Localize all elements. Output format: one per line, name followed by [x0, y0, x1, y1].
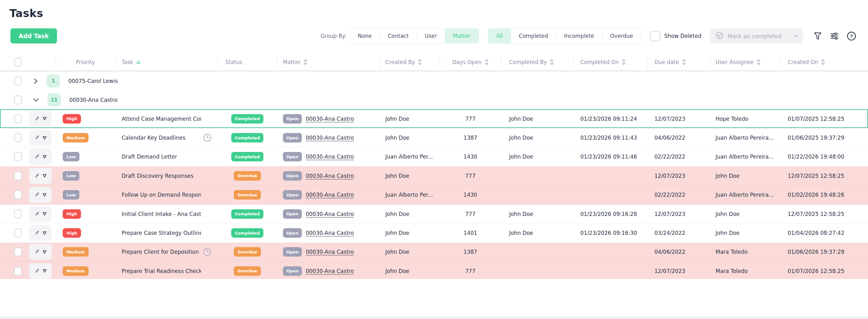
edit-pencil-icon[interactable] [34, 192, 40, 198]
task-row: LowFollow Up on Demand ResponseOverdueOp… [0, 186, 868, 205]
chevron-down-icon[interactable] [33, 97, 39, 103]
column-header-created_on[interactable]: Created On [781, 54, 868, 70]
cell-select [0, 205, 56, 223]
group-by-option-user[interactable]: User [416, 29, 445, 43]
dropdown-triangle-icon[interactable] [42, 136, 47, 140]
column-header-days_open[interactable]: Days Open [440, 54, 501, 70]
row-actions [29, 187, 52, 203]
row-checkbox[interactable] [14, 172, 22, 180]
row-checkbox[interactable] [14, 267, 22, 276]
edit-pencil-icon[interactable] [34, 153, 40, 160]
edit-pencil-icon[interactable] [34, 211, 40, 217]
group-checkbox[interactable] [14, 77, 22, 85]
column-header-due_date[interactable]: Due date [647, 54, 710, 70]
cell-completed_on [574, 262, 647, 279]
matter-link[interactable]: 00030-Ana Castro [306, 153, 354, 160]
filter-tab-all[interactable]: All [488, 29, 511, 43]
chevron-right-icon[interactable] [33, 78, 38, 84]
column-header-completed_on[interactable]: Completed On [574, 54, 647, 70]
matter-link[interactable]: 00030-Ana Castro [306, 192, 354, 198]
group-by-option-none[interactable]: None [350, 29, 380, 43]
cell-completed_on [574, 243, 647, 261]
matter-link[interactable]: 00030-Ana Castro [306, 268, 354, 274]
column-header-task[interactable]: Task [115, 54, 218, 70]
row-checkbox[interactable] [14, 248, 22, 256]
matter-link[interactable]: 00030-Ana Castro [306, 116, 354, 122]
matter-link[interactable]: 00030-Ana Castro [306, 211, 354, 217]
matter-link[interactable]: 00030-Ana Castro [306, 173, 354, 179]
cell-completed_by: John Doe [501, 205, 574, 223]
row-checkbox[interactable] [14, 133, 22, 142]
adjustments-icon[interactable] [830, 31, 839, 41]
edit-pencil-icon[interactable] [34, 135, 40, 141]
cell-due_date: 04/06/2022 [647, 243, 710, 261]
cell-completed_by: John Doe [501, 147, 574, 166]
dropdown-triangle-icon[interactable] [42, 231, 47, 235]
filter-tab-overdue[interactable]: Overdue [602, 29, 641, 43]
group-checkbox[interactable] [14, 95, 22, 104]
column-header-matter[interactable]: Matter [277, 54, 379, 70]
status-badge: Overdue [234, 190, 261, 200]
column-header-select[interactable] [0, 54, 56, 70]
horizontal-scrollbar-track[interactable] [0, 317, 868, 319]
cell-priority: Medium [56, 262, 115, 279]
table-header-row: PriorityTaskStatusMatterCreated ByDays O… [0, 54, 868, 71]
group-by-option-matter[interactable]: Matter [445, 29, 478, 43]
column-header-created_by[interactable]: Created By [379, 54, 440, 70]
edit-pencil-icon[interactable] [34, 268, 40, 274]
dropdown-triangle-icon[interactable] [42, 269, 47, 273]
matter-link[interactable]: 00030-Ana Castro [306, 230, 354, 236]
row-checkbox[interactable] [14, 152, 22, 161]
group-label: 00030-Ana Castro [69, 97, 118, 103]
row-actions [29, 263, 52, 279]
edit-pencil-icon[interactable] [34, 249, 40, 255]
dropdown-triangle-icon[interactable] [42, 250, 47, 254]
filter-tab-completed[interactable]: Completed [511, 29, 556, 43]
cell-created_by: John Doe [379, 167, 440, 185]
row-checkbox[interactable] [14, 210, 22, 219]
column-header-label: Created On [788, 59, 818, 65]
sort-icon [485, 59, 489, 65]
column-header-user_assignee[interactable]: User Assignee [710, 54, 781, 70]
cell-status: Completed [218, 147, 277, 166]
cell-completed_on [574, 167, 647, 185]
dropdown-triangle-icon[interactable] [42, 155, 47, 159]
mark-as-completed-button[interactable]: Mark as completed [710, 28, 803, 44]
dropdown-triangle-icon[interactable] [42, 193, 47, 197]
chevron-down-icon[interactable] [789, 33, 803, 39]
cell-status: Completed [218, 109, 277, 128]
add-task-button[interactable]: Add Task [10, 28, 57, 44]
cell-task: Prepare Trial Readiness Checklist [115, 262, 218, 279]
column-header-completed_by[interactable]: Completed By [501, 54, 574, 70]
select-all-checkbox[interactable] [14, 58, 22, 66]
group-label: 00075-Carol Lewis [68, 78, 118, 84]
show-deleted-checkbox[interactable] [650, 31, 660, 41]
task-row: MediumCalendar Key DeadlinesCompletedOpe… [0, 128, 868, 147]
edit-pencil-icon[interactable] [34, 173, 40, 179]
dropdown-triangle-icon[interactable] [42, 174, 47, 178]
cell-status: Overdue [218, 243, 277, 261]
row-checkbox[interactable] [14, 191, 22, 199]
matter-link[interactable]: 00030-Ana Castro [306, 249, 354, 255]
cell-status: Overdue [218, 167, 277, 185]
task-name: Follow Up on Demand Response [122, 192, 201, 198]
help-icon[interactable]: ? [846, 31, 857, 41]
row-checkbox[interactable] [14, 114, 22, 123]
cell-completed_on: 01/23/2026 09:11:46 [574, 147, 647, 166]
cell-user_assignee: Mara Toledo [710, 262, 781, 279]
cell-user_assignee: John Doe [710, 205, 781, 223]
filter-tab-incomplete[interactable]: Incomplete [556, 29, 602, 43]
cell-user_assignee: John Doe [710, 224, 781, 242]
cell-created_by: John Doe [379, 262, 440, 279]
filter-icon[interactable] [813, 31, 823, 41]
group-by-option-contact[interactable]: Contact [380, 29, 416, 43]
cell-status: Overdue [218, 186, 277, 204]
matter-link[interactable]: 00030-Ana Castro [306, 135, 354, 141]
cell-task: Calendar Key Deadlines [115, 128, 218, 147]
row-checkbox[interactable] [14, 229, 22, 237]
edit-pencil-icon[interactable] [34, 230, 40, 236]
cell-select [0, 109, 56, 128]
edit-pencil-icon[interactable] [34, 116, 40, 122]
dropdown-triangle-icon[interactable] [42, 212, 47, 216]
dropdown-triangle-icon[interactable] [42, 117, 47, 121]
